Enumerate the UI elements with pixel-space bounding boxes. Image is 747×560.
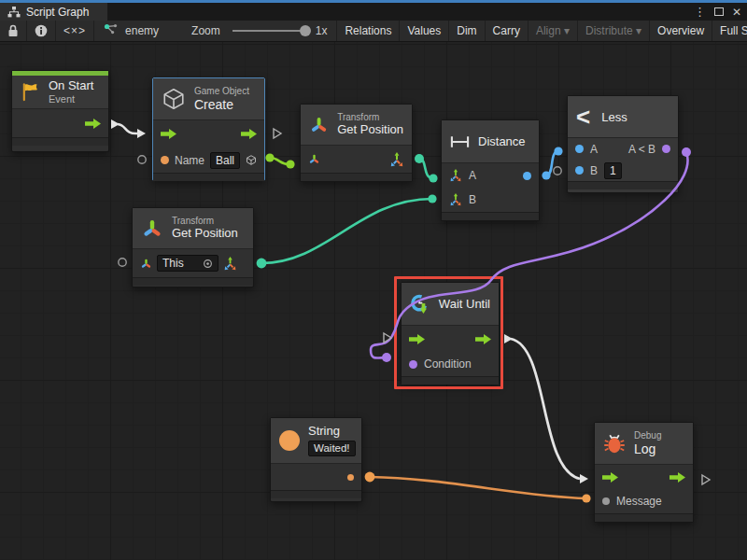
less-input-b-port[interactable] [575,166,584,175]
node-title: On Start [49,79,93,93]
unconnected-value-marker[interactable] [119,259,126,266]
graph-toolbar: <×> enemy Zoom 1x Relations Values Dim C… [0,21,747,42]
output-label: A < B [628,143,655,156]
wire-source-arrow [504,334,513,343]
transform-input-port[interactable] [140,258,152,270]
node-title: Less [601,110,627,124]
transform-input-port[interactable] [308,153,320,165]
code-brackets-icon: <×> [63,24,86,37]
node-get-position-1[interactable]: Transform Get Position [300,104,413,182]
node-footer [442,212,539,220]
carry-button[interactable]: Carry [486,21,529,41]
graph-reference-icon [104,23,119,38]
string-value: Waited! [314,442,350,455]
node-distance[interactable]: Distance A B [441,119,540,221]
string-value-field[interactable]: Waited! [308,441,356,456]
tab-title: Script Graph [26,6,89,19]
graph-tab-icon [7,7,21,18]
values-button[interactable]: Values [400,21,449,41]
b-value: 1 [610,164,616,177]
wire-arrowhead [580,474,588,483]
vector3-output-port[interactable] [389,152,404,167]
graph-name[interactable]: enemy [125,24,159,37]
node-title: Log [634,441,661,456]
unconnected-flow-marker[interactable] [702,475,710,484]
less-output-port[interactable] [662,145,670,153]
string-output-port[interactable] [347,474,354,481]
wire-create-to-getposition1[interactable] [270,158,290,164]
node-footer [153,173,264,181]
relations-button[interactable]: Relations [337,21,400,41]
node-footer [595,513,693,522]
unconnected-value-marker[interactable] [138,156,146,163]
window-menu-icon[interactable]: ⋮ [694,5,706,19]
flow-input-port[interactable] [161,129,176,139]
wire-string-to-debuglog[interactable] [370,477,586,498]
graph-canvas[interactable]: On Start Event Game Object Create [0,42,747,560]
vector3-output-port[interactable] [223,257,237,271]
string-literal-icon [279,430,300,451]
flow-input-port[interactable] [602,472,618,483]
fullscreen-button[interactable]: Full Screen [712,21,747,41]
node-footer [271,490,361,498]
wire-endpoint [265,153,274,161]
wire-endpoint [365,472,375,483]
name-value: Ball [216,154,234,167]
node-title: Create [194,97,249,112]
flow-output-port[interactable] [85,119,101,129]
wire-getposition2-to-distance-b[interactable] [261,199,432,263]
name-input-port[interactable] [161,156,169,164]
node-on-start[interactable]: On Start Event [11,70,109,152]
input-a-label: A [590,143,598,156]
info-icon [35,24,48,37]
vector3-input-port-a[interactable] [449,169,462,182]
close-icon[interactable]: ✕ [732,6,741,19]
input-b-label: B [590,164,598,177]
transform-icon [141,217,163,240]
node-string[interactable]: String Waited! [270,417,362,502]
node-get-position-2[interactable]: Transform Get Position This [132,207,254,287]
less-input-a-port[interactable] [575,145,584,153]
flow-output-port[interactable] [669,472,685,483]
distance-output-port[interactable] [523,172,531,180]
message-input-port[interactable] [602,497,610,505]
chevron-down-icon: ▾ [564,24,570,37]
wire-getposition1-to-distance-a[interactable] [419,159,433,178]
node-create[interactable]: Game Object Create Name Ball [152,77,265,181]
tab-script-graph[interactable]: Script Graph [0,3,107,21]
flow-output-port[interactable] [241,129,257,139]
node-subtitle: Event [49,93,93,105]
lock-button[interactable] [0,21,27,41]
distribute-dropdown[interactable]: Distribute ▾ [578,21,650,41]
unconnected-value-marker[interactable] [554,167,561,175]
wire-onstart-to-create[interactable] [118,124,137,133]
zoom-slider[interactable] [233,30,309,32]
target-value-field[interactable]: This [157,255,218,272]
object-picker-icon[interactable] [203,259,213,269]
wire-waituntil-to-debuglog[interactable] [511,339,580,479]
vector3-input-port-b[interactable] [449,193,462,206]
node-category: Debug [634,430,661,441]
message-label: Message [616,495,662,508]
zoom-slider-handle[interactable] [300,25,311,36]
overview-button[interactable]: Overview [650,21,712,41]
b-value-field[interactable]: 1 [604,162,622,179]
zoom-value: 1x [316,24,328,37]
maximize-icon[interactable] [714,7,724,16]
input-a-label: A [469,169,476,182]
unconnected-flow-marker[interactable] [384,333,391,343]
unconnected-flow-marker[interactable] [274,129,281,138]
transform-icon [309,114,329,136]
node-debug-log[interactable]: Debug Log Message [594,422,694,523]
node-less[interactable]: < Less A A < B B 1 [567,95,679,193]
wire-distance-to-less-a[interactable] [546,151,558,175]
node-title: Distance [478,134,526,148]
chevron-down-icon: ▾ [636,24,641,37]
lock-icon [7,24,19,37]
align-dropdown[interactable]: Align ▾ [529,21,578,41]
dim-button[interactable]: Dim [449,21,485,41]
name-value-field[interactable]: Ball [210,152,240,169]
info-button[interactable] [27,21,56,41]
code-view-button[interactable]: <×> [56,21,94,41]
distribute-label: Distribute [585,24,633,37]
